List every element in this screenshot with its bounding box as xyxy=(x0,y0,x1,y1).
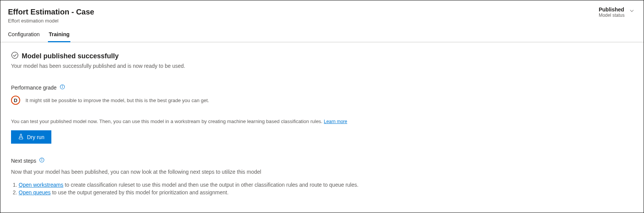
page-subtitle: Effort estimation model xyxy=(8,18,94,24)
learn-more-link[interactable]: Learn more xyxy=(324,119,347,124)
next-steps-label: Next steps xyxy=(11,158,36,164)
list-item-text: to create classification ruleset to use … xyxy=(63,182,358,188)
tab-bar: Configuration Training xyxy=(0,27,644,42)
header-status-block: Published Model status xyxy=(599,6,634,18)
status-label: Model status xyxy=(599,13,625,18)
tab-training[interactable]: Training xyxy=(48,28,70,42)
info-icon[interactable] xyxy=(60,84,65,91)
success-description: Your model has been successfully publish… xyxy=(11,63,633,69)
svg-point-0 xyxy=(12,52,18,59)
next-steps-description: Now that your model has been published, … xyxy=(11,169,633,175)
test-description: You can test your published model now. T… xyxy=(11,119,633,124)
header-title-block: Effort Estimation - Case Effort estimati… xyxy=(8,6,94,24)
page-title: Effort Estimation - Case xyxy=(8,6,94,17)
dry-run-label: Dry run xyxy=(27,134,45,140)
success-title: Model published successfully xyxy=(22,52,119,60)
open-queues-link[interactable]: Open queues xyxy=(19,189,51,195)
flask-icon xyxy=(18,133,24,141)
tab-configuration[interactable]: Configuration xyxy=(7,28,40,42)
checkmark-circle-icon xyxy=(11,51,19,61)
test-text: You can test your published model now. T… xyxy=(11,119,324,124)
model-status: Published Model status xyxy=(599,6,625,18)
next-steps-list: Open workstreams to create classificatio… xyxy=(11,182,633,195)
chevron-down-icon[interactable] xyxy=(629,6,634,13)
grade-row: D It might still be possible to improve … xyxy=(11,96,633,105)
list-item-text: to use the output generated by this mode… xyxy=(51,189,229,195)
list-item: Open queues to use the output generated … xyxy=(19,189,633,195)
grade-badge: D xyxy=(11,96,20,105)
info-icon[interactable] xyxy=(39,157,45,164)
main-content: Model published successfully Your model … xyxy=(0,42,644,206)
performance-label-row: Performance grade xyxy=(11,84,633,91)
svg-point-7 xyxy=(42,159,42,159)
success-heading-row: Model published successfully xyxy=(11,51,633,61)
list-item: Open workstreams to create classificatio… xyxy=(19,182,633,188)
page-header: Effort Estimation - Case Effort estimati… xyxy=(0,0,644,27)
svg-point-3 xyxy=(62,86,62,86)
grade-text: It might still be possible to improve th… xyxy=(25,98,209,103)
open-workstreams-link[interactable]: Open workstreams xyxy=(19,182,63,188)
status-value: Published xyxy=(599,6,625,13)
dry-run-button[interactable]: Dry run xyxy=(11,130,51,144)
next-steps-label-row: Next steps xyxy=(11,157,633,164)
performance-label: Performance grade xyxy=(11,85,57,91)
